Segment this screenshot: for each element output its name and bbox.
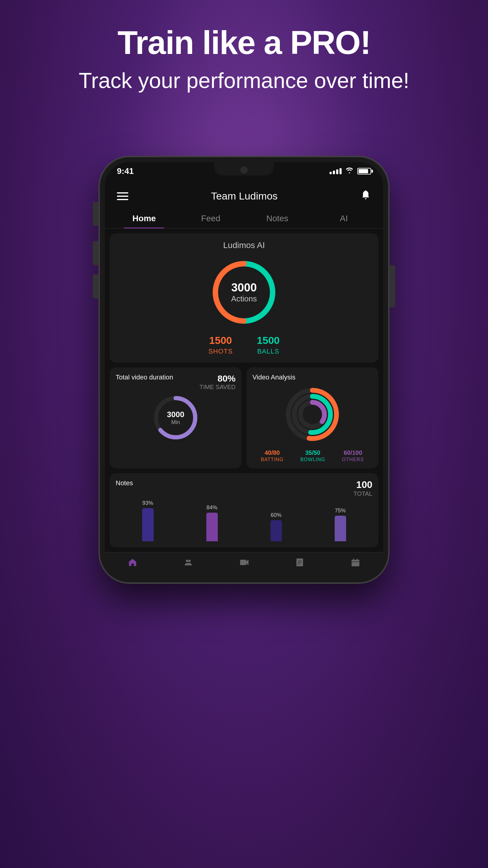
bowling-fraction: 35/50 <box>300 450 325 456</box>
bar-pct-2: 84% <box>206 504 217 511</box>
app-title: Team Ludimos <box>211 190 278 202</box>
bar-4: 75% <box>335 507 346 541</box>
battery-icon <box>357 168 371 175</box>
signal-icon <box>330 168 341 174</box>
actions-label: Actions <box>231 294 257 304</box>
tab-home[interactable]: Home <box>111 209 177 228</box>
hero-title: Train like a PRO! <box>0 24 488 61</box>
notes-title: Notes <box>116 479 133 487</box>
svg-rect-13 <box>240 560 246 565</box>
balls-stat: 1500 BALLS <box>257 335 280 355</box>
status-time: 9:41 <box>117 166 134 176</box>
bottom-navigation <box>105 552 383 578</box>
tab-ai[interactable]: AI <box>311 209 377 228</box>
nav-notes[interactable] <box>295 558 304 569</box>
nav-team[interactable] <box>184 558 193 569</box>
video-analysis-card: Video Analysis <box>247 367 378 468</box>
analysis-stats: 40/80 BATTING 35/50 BOWLING 60/100 OTHER… <box>253 450 372 462</box>
nav-video[interactable] <box>239 558 249 569</box>
nav-calendar[interactable] <box>351 558 360 569</box>
middle-row: Total video duration 80% TIME SAVED 3000 <box>110 367 378 468</box>
notes-total-number: 100 <box>353 479 372 490</box>
multi-ring-chart <box>282 384 343 444</box>
duration-unit: Min <box>167 419 184 426</box>
status-icons <box>330 167 371 176</box>
team-nav-icon <box>184 558 193 569</box>
batting-label: BATTING <box>261 457 284 462</box>
duration-center: 3000 Min <box>167 410 184 426</box>
ai-section-card: Ludimos AI <box>110 233 378 363</box>
bar-2: 84% <box>206 504 218 541</box>
bowling-stat: 35/50 BOWLING <box>300 450 325 462</box>
shots-stat: 1500 SHOTS <box>208 335 233 355</box>
nav-tabs: Home Feed Notes AI <box>105 209 383 228</box>
status-bar: 9:41 <box>117 166 371 176</box>
notes-header: Notes 100 TOTAL <box>116 479 372 497</box>
bar-pct-4: 75% <box>335 507 346 514</box>
video-analysis-title: Video Analysis <box>253 373 372 381</box>
bell-icon[interactable] <box>360 189 371 203</box>
tab-notes[interactable]: Notes <box>244 209 311 228</box>
shots-balls-stats: 1500 SHOTS 1500 BALLS <box>117 335 371 355</box>
notes-nav-icon <box>295 558 304 569</box>
duration-value: 3000 <box>167 410 184 419</box>
actions-number: 3000 <box>231 281 257 294</box>
svg-point-12 <box>188 560 191 562</box>
batting-fraction: 40/80 <box>261 450 284 456</box>
app-header: Team Ludimos <box>105 183 383 209</box>
svg-rect-18 <box>352 560 359 566</box>
shots-label: SHOTS <box>208 347 233 355</box>
tab-feed[interactable]: Feed <box>177 209 244 228</box>
hero-subtitle: Track your performance over time! <box>0 67 488 95</box>
donut-center: 3000 Actions <box>231 281 257 304</box>
bar-pct-1: 93% <box>142 500 153 506</box>
duration-percent: 80% <box>199 373 235 384</box>
notes-row: Notes 100 TOTAL 93% 84% <box>110 473 378 547</box>
bowling-label: BOWLING <box>300 457 325 462</box>
duration-donut: 3000 Min <box>152 394 200 442</box>
ai-section-title: Ludimos AI <box>117 241 371 250</box>
phone-outer: 9:41 <box>99 157 389 583</box>
bar-1: 93% <box>142 500 154 541</box>
notes-bar-chart: 93% 84% 60% 75% <box>116 502 372 541</box>
calendar-nav-icon <box>351 558 360 569</box>
home-nav-icon <box>128 558 137 569</box>
balls-number: 1500 <box>257 335 280 346</box>
notes-total-label: TOTAL <box>353 490 372 497</box>
phone-mockup: 9:41 <box>99 157 389 583</box>
actions-donut-chart: 3000 Actions <box>208 256 280 329</box>
status-bar-area: 9:41 <box>105 162 383 183</box>
balls-label: BALLS <box>257 347 280 355</box>
phone-screen: 9:41 <box>105 162 383 578</box>
bar-pct-3: 60% <box>270 512 281 518</box>
hamburger-menu[interactable] <box>117 192 128 200</box>
nav-home[interactable] <box>128 558 137 569</box>
video-nav-icon <box>239 558 249 569</box>
time-saved-label: TIME SAVED <box>199 384 235 391</box>
batting-stat: 40/80 BATTING <box>261 450 284 462</box>
shots-number: 1500 <box>208 335 233 346</box>
others-fraction: 60/100 <box>342 450 364 456</box>
hero-section: Train like a PRO! Track your performance… <box>0 24 488 95</box>
others-label: OTHERS <box>342 457 364 462</box>
wifi-icon <box>345 167 354 176</box>
video-duration-card: Total video duration 80% TIME SAVED 3000 <box>110 367 241 468</box>
others-stat: 60/100 OTHERS <box>342 450 364 462</box>
notes-card: Notes 100 TOTAL 93% 84% <box>110 473 378 547</box>
duration-title: Total video duration <box>116 373 173 381</box>
svg-point-11 <box>186 560 188 562</box>
bar-3: 60% <box>270 512 282 541</box>
